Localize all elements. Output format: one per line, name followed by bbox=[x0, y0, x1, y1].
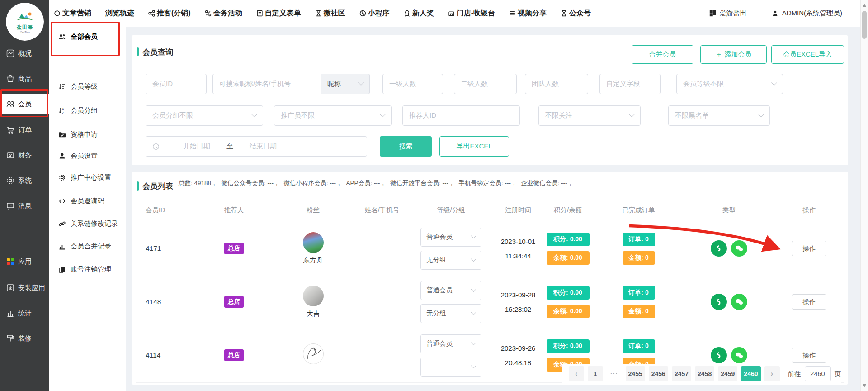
member-level-row-select[interactable]: 普通会员 bbox=[420, 281, 481, 300]
sidebar-item-orders[interactable]: 订单 bbox=[0, 120, 49, 140]
row-action-button[interactable]: 操作 bbox=[792, 294, 826, 310]
sidebar-item-messages[interactable]: 消息 bbox=[0, 196, 49, 216]
admin-menu[interactable]: ADMIN(系统管理员) bbox=[772, 9, 842, 18]
chevron-down-icon bbox=[471, 286, 476, 292]
sidebar-item-label: 装修 bbox=[18, 334, 32, 343]
selected-value: 推广员不限 bbox=[281, 111, 315, 120]
export-excel-button[interactable]: 导出EXCEL bbox=[439, 136, 509, 157]
submenu-item-label: 关系链修改记录 bbox=[71, 219, 118, 228]
nav-item-browse-track[interactable]: 浏览轨迹 bbox=[105, 9, 134, 18]
date-range-input[interactable]: 开始日期 至 结束日期 bbox=[146, 136, 367, 157]
placeholder-text: 二级人数 bbox=[461, 80, 488, 88]
fan-avatar[interactable] bbox=[303, 286, 324, 306]
level1-count-input[interactable]: 一级人数 bbox=[382, 74, 443, 94]
page-button[interactable]: 2455 bbox=[626, 366, 645, 381]
blacklist-filter-select[interactable]: 不限黑名单 bbox=[668, 105, 770, 126]
member-group-row-select[interactable] bbox=[420, 358, 481, 377]
chevron-down-icon bbox=[471, 339, 476, 345]
submenu-item-promotion-settings[interactable]: 推广中心设置 bbox=[49, 169, 126, 186]
search-button[interactable]: 搜索 bbox=[380, 136, 432, 157]
merge-members-button[interactable]: 合并会员 bbox=[632, 45, 693, 64]
custom-field-input[interactable]: 自定义字段 bbox=[599, 74, 661, 94]
nav-item-video-share[interactable]: 视频分享 bbox=[509, 9, 547, 18]
member-group-row-select[interactable]: 无分组 bbox=[420, 304, 481, 323]
scrollbar-thumb[interactable] bbox=[862, 11, 867, 39]
submenu-item-relation-log[interactable]: 关系链修改记录 bbox=[49, 215, 126, 232]
nav-item-newcomer-award[interactable]: 新人奖 bbox=[404, 9, 434, 18]
scrollbar-up-arrow[interactable] bbox=[863, 4, 866, 7]
sidebar-item-install-apps[interactable]: 安装应用 bbox=[0, 278, 49, 298]
promoter-select[interactable]: 推广员不限 bbox=[274, 105, 392, 126]
submenu-item-merge-log[interactable]: 会员合并记录 bbox=[49, 238, 126, 254]
member-group-row-select[interactable]: 无分组 bbox=[420, 251, 481, 270]
submenu-item-member-settings[interactable]: 会员设置 bbox=[49, 148, 126, 164]
members-submenu: 全部会员 会员等级 AZ 会员分组 资格申请 会员设置 推广中心设置 会员邀请码 bbox=[49, 27, 126, 391]
nav-item-custom-form[interactable]: 自定义表单 bbox=[256, 9, 301, 18]
stat-app: APP会员: ---， bbox=[346, 179, 387, 187]
fan-avatar[interactable] bbox=[303, 232, 324, 253]
app-logo[interactable]: 盐田海 YanTian bbox=[6, 3, 44, 41]
member-list-panel: 会员列表 总数: 49188， 微信公众号会员: ---， 微信小程序会员: -… bbox=[132, 172, 848, 385]
submenu-item-qualification[interactable]: 资格申请 bbox=[49, 126, 126, 143]
member-excel-import-button[interactable]: 会员EXCEL导入 bbox=[771, 45, 844, 64]
nav-item-conference[interactable]: 会务活动 bbox=[205, 9, 242, 18]
nav-label: 会务活动 bbox=[213, 9, 242, 18]
page-button[interactable]: 2457 bbox=[672, 366, 691, 381]
row-action-button[interactable]: 操作 bbox=[792, 348, 826, 363]
referrer-id-input[interactable]: 推荐人ID bbox=[402, 105, 520, 126]
nav-item-micro-community[interactable]: 微社区 bbox=[315, 9, 345, 18]
member-level-row-select[interactable]: 普通会员 bbox=[420, 228, 481, 247]
sidebar-item-statistics[interactable]: 统计 bbox=[0, 303, 49, 323]
keyword-search-input[interactable]: 可搜索昵称/姓名/手机号 bbox=[212, 74, 321, 94]
member-level-row-select[interactable]: 普通会员 bbox=[420, 334, 481, 353]
next-page-button[interactable]: › bbox=[764, 366, 780, 381]
page-button[interactable]: 2456 bbox=[649, 366, 668, 381]
row-action-button[interactable]: 操作 bbox=[792, 241, 826, 256]
sidebar-item-finance[interactable]: 财务 bbox=[0, 145, 49, 165]
sidebar-item-members[interactable]: 会员 bbox=[0, 94, 49, 114]
page-button[interactable]: 1 bbox=[588, 366, 603, 381]
register-date: 2023-09-26 bbox=[501, 342, 536, 354]
merchant-switcher[interactable]: 爱游盐田 bbox=[709, 9, 747, 18]
submenu-item-all-members[interactable]: 全部会员 bbox=[49, 29, 126, 45]
points-badge: 积分: 0.00 bbox=[547, 339, 590, 353]
page-button[interactable]: 2458 bbox=[695, 366, 714, 381]
nav-item-store-cashier[interactable]: 门店-收银台 bbox=[448, 9, 495, 18]
team-count-input[interactable]: 团队人数 bbox=[525, 74, 588, 94]
sidebar-item-apps[interactable]: 应用 bbox=[0, 252, 49, 272]
current-page-button[interactable]: 2460 bbox=[741, 366, 760, 381]
member-level-select[interactable]: 会员等级不限 bbox=[676, 74, 783, 94]
page-scrollbar[interactable] bbox=[860, 0, 868, 391]
submenu-item-account-cancel[interactable]: 账号注销管理 bbox=[49, 261, 126, 277]
nav-item-distribution[interactable]: 推客(分销) bbox=[148, 9, 191, 18]
register-time: 2023-10-01 11:34:44 bbox=[495, 235, 541, 262]
page-button[interactable]: 2459 bbox=[718, 366, 737, 381]
pagination-ellipsis[interactable]: ··· bbox=[607, 366, 622, 381]
prev-page-button[interactable]: ‹ bbox=[569, 366, 584, 381]
nav-item-article-marketing[interactable]: 文章营销 bbox=[54, 9, 91, 18]
sidebar-item-system[interactable]: 系统 bbox=[0, 171, 49, 191]
nav-item-mini-program[interactable]: 小程序 bbox=[359, 9, 390, 18]
sidebar-item-overview[interactable]: 概况 bbox=[0, 43, 49, 63]
member-group-select[interactable]: 会员分组不限 bbox=[146, 105, 263, 126]
follow-filter-select[interactable]: 不限关注 bbox=[538, 105, 641, 126]
scrollbar-down-arrow[interactable] bbox=[863, 384, 866, 387]
member-id-input[interactable]: 会员ID bbox=[146, 74, 207, 94]
submenu-item-label: 会员分组 bbox=[71, 106, 98, 115]
level2-count-input[interactable]: 二级人数 bbox=[454, 74, 517, 94]
submenu-item-member-group[interactable]: AZ 会员分组 bbox=[49, 102, 126, 119]
add-member-button[interactable]: ＋ 添加会员 bbox=[700, 45, 767, 64]
nav-item-official-account[interactable]: 公众号 bbox=[561, 9, 591, 18]
goto-page-input[interactable]: 2460 bbox=[805, 366, 831, 381]
selected-value: 不限黑名单 bbox=[675, 111, 709, 120]
sidebar-item-decorate[interactable]: 装修 bbox=[0, 329, 49, 348]
submenu-item-invite-code[interactable]: 会员邀请码 bbox=[49, 193, 126, 209]
fan-avatar[interactable] bbox=[303, 343, 324, 364]
placeholder-text: 可搜索昵称/姓名/手机号 bbox=[219, 80, 291, 88]
submenu-item-member-level[interactable]: 会员等级 bbox=[49, 78, 126, 95]
selected-value: 昵称 bbox=[327, 80, 341, 88]
sidebar-item-goods[interactable]: 商品 bbox=[0, 69, 49, 89]
orders-badge: 订单: 0 bbox=[623, 286, 655, 300]
button-label: 添加会员 bbox=[725, 50, 752, 59]
keyword-type-select[interactable]: 昵称 bbox=[321, 74, 370, 94]
